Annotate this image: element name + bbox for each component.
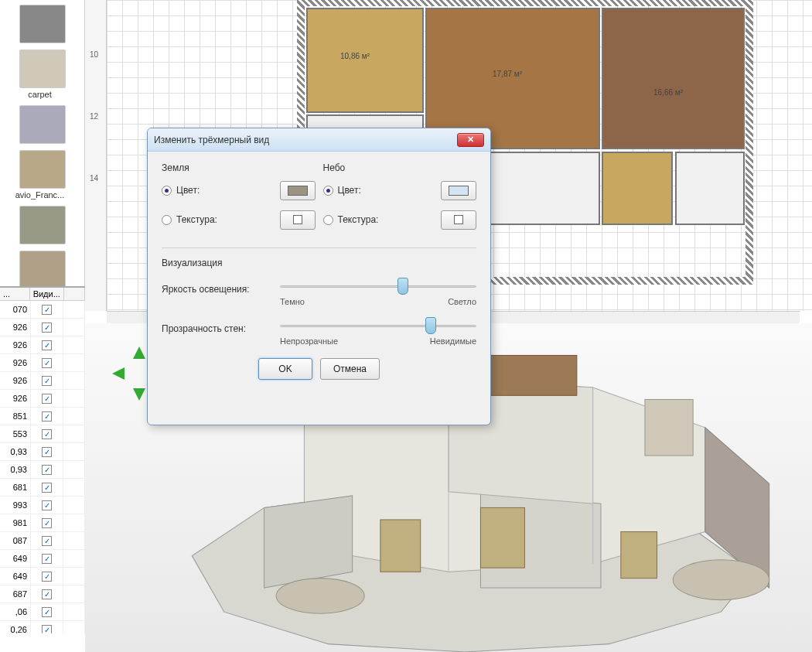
visible-checkbox[interactable]: ✓ [42,411,52,422]
sky-section: Небо Цвет: Текстура: [323,162,477,238]
table-row[interactable]: 649✓ [0,568,85,585]
ok-button[interactable]: OK [258,358,312,380]
cancel-button[interactable]: Отмена [320,358,380,380]
vertical-ruler: 10 12 14 [85,0,107,311]
furniture-thumb [19,150,66,189]
visualization-title: Визуализация [162,258,476,268]
sky-title: Небо [323,162,477,173]
table-row[interactable]: 553✓ [0,425,85,443]
ground-texture-label: Текстура: [176,214,280,225]
table-row[interactable]: ,06✓ [0,603,85,621]
table-row[interactable]: 981✓ [0,514,85,532]
brightness-slider[interactable]: ТемноСветло [280,279,476,306]
table-body[interactable]: 070✓926✓926✓926✓926✓926✓851✓553✓0,93✓0,9… [0,301,85,633]
sky-texture-button[interactable] [441,210,476,230]
room-4[interactable] [602,152,673,225]
svg-rect-5 [480,507,524,568]
table-row[interactable]: 926✓ [0,319,85,336]
furniture-item[interactable]: avio_Franc... [2,148,83,201]
dialog-title: Изменить трёхмерный вид [154,135,457,145]
room-1[interactable]: 10,86 м² [306,8,424,113]
sky-texture-label: Текстура: [338,214,442,225]
furniture-label: carpet [3,90,77,99]
svg-rect-7 [621,532,657,579]
transparency-label: Прозрачность стен: [162,319,274,334]
furniture-item[interactable] [2,3,83,45]
sky-color-button[interactable] [441,181,476,200]
texture-icon [293,215,302,224]
table-row[interactable]: 0,26✓ [0,621,85,633]
svg-point-10 [673,560,769,600]
ground-texture-radio[interactable] [162,215,172,225]
ground-texture-button[interactable] [280,210,316,230]
table-row[interactable]: 926✓ [0,336,85,354]
visible-checkbox[interactable]: ✓ [42,536,52,546]
svg-point-11 [276,579,364,614]
visible-checkbox[interactable]: ✓ [42,376,52,386]
visible-checkbox[interactable]: ✓ [42,340,52,350]
visible-checkbox[interactable]: ✓ [42,394,52,404]
column-value[interactable]: ... [0,288,30,300]
table-row[interactable]: 993✓ [0,497,85,514]
divider [162,247,476,248]
furniture-item[interactable] [2,104,83,145]
furniture-thumb [19,206,66,244]
modify-3d-view-dialog: Изменить трёхмерный вид ✕ Земля Цвет: Те… [147,128,491,425]
texture-icon [454,215,463,224]
visible-checkbox[interactable]: ✓ [42,589,52,599]
table-row[interactable]: 681✓ [0,479,85,497]
visible-checkbox[interactable]: ✓ [42,358,52,368]
transparency-slider[interactable]: НепрозрачныеНевидимые [280,319,476,346]
furniture-label: avio_Franc... [3,190,77,200]
sky-color-label: Цвет: [338,185,442,196]
table-row[interactable]: 926✓ [0,390,85,408]
slider-thumb[interactable] [425,317,436,334]
furniture-thumb [19,49,66,88]
table-row[interactable]: 926✓ [0,372,85,390]
slider-thumb[interactable] [397,278,408,295]
visible-checkbox[interactable]: ✓ [42,483,52,493]
ground-title: Земля [162,162,316,173]
table-row[interactable]: 851✓ [0,408,85,425]
sky-texture-radio[interactable] [323,215,333,225]
visible-checkbox[interactable]: ✓ [42,625,52,634]
table-row[interactable]: 649✓ [0,550,85,568]
table-row[interactable]: 0,93✓ [0,443,85,461]
furniture-thumb [19,251,66,289]
room-3[interactable]: 16,66 м² [602,8,745,149]
close-button[interactable]: ✕ [457,133,484,147]
ground-color-radio[interactable] [162,186,172,196]
visible-checkbox[interactable]: ✓ [42,305,52,315]
ground-color-swatch [288,186,308,196]
furniture-table: ... Види... 070✓926✓926✓926✓926✓926✓851✓… [0,286,85,652]
dialog-titlebar[interactable]: Изменить трёхмерный вид ✕ [148,128,490,152]
furniture-thumb [19,5,66,43]
visible-checkbox[interactable]: ✓ [42,323,52,333]
furniture-item[interactable]: carpet [2,48,83,101]
svg-marker-2 [264,496,353,588]
sky-color-swatch [449,186,469,196]
furniture-item[interactable] [2,204,83,246]
table-row[interactable]: 0,93✓ [0,461,85,479]
visible-checkbox[interactable]: ✓ [42,500,52,510]
table-row[interactable]: 926✓ [0,354,85,372]
room-5[interactable] [675,152,745,225]
furniture-thumb [19,105,66,144]
visible-checkbox[interactable]: ✓ [42,518,52,528]
brightness-label: Яркость освещения: [162,279,274,295]
table-row[interactable]: 687✓ [0,585,85,603]
visible-checkbox[interactable]: ✓ [42,429,52,439]
visible-checkbox[interactable]: ✓ [42,572,52,582]
visible-checkbox[interactable]: ✓ [42,465,52,475]
ground-color-label: Цвет: [176,185,280,196]
column-visible[interactable]: Види... [30,288,64,300]
svg-rect-14 [489,355,577,395]
visible-checkbox[interactable]: ✓ [42,447,52,457]
sky-color-radio[interactable] [323,186,333,196]
ground-color-button[interactable] [280,181,316,200]
svg-rect-6 [380,520,421,572]
visible-checkbox[interactable]: ✓ [42,554,52,564]
table-row[interactable]: 087✓ [0,532,85,550]
visible-checkbox[interactable]: ✓ [42,607,52,617]
table-row[interactable]: 070✓ [0,301,85,319]
